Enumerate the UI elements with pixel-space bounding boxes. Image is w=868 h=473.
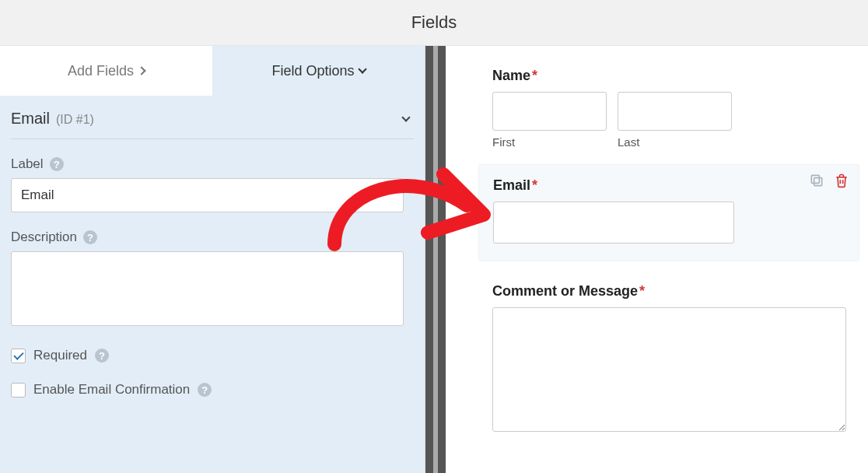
left-sidebar: Add Fields Field Options Email (ID #1) L… xyxy=(0,46,425,473)
chevron-down-icon xyxy=(358,65,366,73)
svg-rect-0 xyxy=(814,178,822,186)
preview-email-label: Email* xyxy=(493,177,845,194)
confirm-label: Enable Email Confirmation xyxy=(33,382,190,398)
label-label: Label xyxy=(11,156,44,172)
duplicate-icon[interactable] xyxy=(809,173,824,191)
last-name-col: Last xyxy=(618,92,732,149)
sidebar-tabs: Add Fields Field Options xyxy=(0,46,425,96)
first-name-col: First xyxy=(492,92,607,149)
description-label-row: Description ? xyxy=(11,229,414,245)
required-checkbox[interactable] xyxy=(11,349,26,363)
main-layout: Add Fields Field Options Email (ID #1) L… xyxy=(0,46,868,473)
help-icon[interactable]: ? xyxy=(95,349,109,363)
required-row: Required ? xyxy=(11,348,414,363)
label-label-row: Label ? xyxy=(11,156,414,172)
field-toolbar xyxy=(809,173,849,191)
preview-email-label-text: Email xyxy=(493,177,530,193)
first-name-input[interactable] xyxy=(492,92,607,131)
required-label: Required xyxy=(33,348,87,363)
form-preview: Name* First Last xyxy=(446,46,868,473)
label-input[interactable] xyxy=(11,178,404,212)
help-icon[interactable]: ? xyxy=(198,383,212,397)
chevron-right-icon xyxy=(137,66,145,75)
tab-add-fields[interactable]: Add Fields xyxy=(0,46,212,96)
first-sublabel: First xyxy=(492,135,607,149)
required-mark: * xyxy=(532,68,537,83)
field-header-left: Email (ID #1) xyxy=(11,110,94,128)
preview-comment-label-text: Comment or Message xyxy=(492,283,638,299)
comment-textarea[interactable] xyxy=(492,307,846,432)
tab-field-options[interactable]: Field Options xyxy=(212,46,425,96)
last-sublabel: Last xyxy=(618,135,732,149)
preview-comment-field[interactable]: Comment or Message* xyxy=(492,283,860,435)
field-id: (ID #1) xyxy=(56,113,94,127)
description-group: Description ? xyxy=(11,229,414,329)
chevron-down-icon xyxy=(401,113,410,121)
preview-email-field[interactable]: Email* xyxy=(492,164,860,261)
label-group: Label ? xyxy=(11,156,414,212)
trash-icon[interactable] xyxy=(834,173,849,191)
field-options-panel: Email (ID #1) Label ? Description ? xyxy=(0,96,425,398)
help-icon[interactable]: ? xyxy=(83,230,97,244)
name-row: First Last xyxy=(492,92,860,149)
email-input[interactable] xyxy=(493,201,734,244)
required-mark: * xyxy=(532,177,537,193)
confirm-row: Enable Email Confirmation ? xyxy=(11,382,414,398)
preview-name-label: Name* xyxy=(492,68,860,84)
svg-rect-1 xyxy=(811,175,819,183)
last-name-input[interactable] xyxy=(618,92,732,131)
page-header: Fields xyxy=(0,0,868,46)
preview-comment-label: Comment or Message* xyxy=(492,283,860,300)
email-block: Email* xyxy=(478,164,859,261)
field-header[interactable]: Email (ID #1) xyxy=(11,107,414,139)
preview-name-label-text: Name xyxy=(492,68,530,83)
required-mark: * xyxy=(639,283,645,299)
tab-field-options-label: Field Options xyxy=(271,63,354,79)
field-name: Email xyxy=(11,110,50,128)
page-title: Fields xyxy=(411,12,457,33)
help-icon[interactable]: ? xyxy=(50,157,64,171)
preview-name-field[interactable]: Name* First Last xyxy=(492,68,860,149)
panel-divider[interactable] xyxy=(425,46,446,473)
description-label: Description xyxy=(11,229,77,245)
tab-add-fields-label: Add Fields xyxy=(68,63,134,79)
description-input[interactable] xyxy=(11,251,404,326)
confirm-checkbox[interactable] xyxy=(11,383,26,398)
